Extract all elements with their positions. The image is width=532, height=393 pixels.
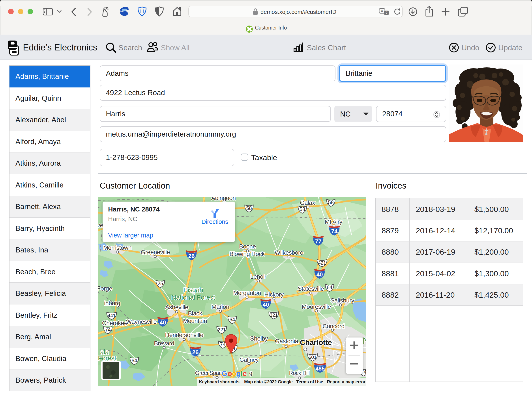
svg-text:421: 421 bbox=[318, 260, 326, 266]
svg-text:Map data ©2022 Google: Map data ©2022 Google bbox=[244, 379, 293, 384]
svg-text:Forest: Forest bbox=[98, 354, 116, 362]
svg-text:Hendersonville: Hendersonville bbox=[165, 332, 203, 338]
svg-text:Shelby: Shelby bbox=[250, 335, 268, 342]
svg-text:g: g bbox=[236, 369, 241, 378]
svg-text:Salisbury: Salisbury bbox=[330, 297, 354, 304]
svg-text:485: 485 bbox=[315, 365, 325, 372]
svg-text:Mt Airy: Mt Airy bbox=[325, 218, 342, 225]
svg-text:58: 58 bbox=[328, 200, 334, 205]
svg-text:Galax: Galax bbox=[300, 199, 315, 206]
svg-text:77: 77 bbox=[315, 238, 321, 245]
svg-text:National Forest: National Forest bbox=[171, 294, 215, 301]
svg-text:74: 74 bbox=[220, 341, 226, 347]
svg-text:64: 64 bbox=[327, 285, 332, 290]
svg-text:40: 40 bbox=[316, 271, 323, 278]
svg-text:Harris, NC: Harris, NC bbox=[108, 216, 137, 222]
svg-text:Morganton: Morganton bbox=[233, 290, 261, 296]
svg-text:Marion: Marion bbox=[211, 303, 229, 310]
svg-text:Pisgah: Pisgah bbox=[183, 286, 203, 293]
svg-text:Rock Hill: Rock Hill bbox=[289, 370, 309, 376]
svg-text:Charlotte: Charlotte bbox=[300, 338, 332, 347]
svg-text:Abingdon: Abingdon bbox=[211, 197, 236, 201]
svg-text:74: 74 bbox=[331, 228, 338, 235]
svg-text:Forge: Forge bbox=[98, 285, 112, 292]
svg-text:N: N bbox=[363, 336, 366, 345]
svg-text:40: 40 bbox=[263, 301, 269, 308]
svg-text:Wilkesboro: Wilkesboro bbox=[275, 249, 303, 256]
svg-text:Waynesville: Waynesville bbox=[126, 318, 157, 325]
svg-text:Mooresville: Mooresville bbox=[302, 303, 331, 310]
svg-text:View larger map: View larger map bbox=[108, 232, 153, 239]
svg-text:o: o bbox=[232, 369, 236, 378]
svg-text:Black: Black bbox=[188, 310, 202, 317]
svg-text:ve: ve bbox=[98, 222, 103, 229]
svg-text:Report a map error: Report a map error bbox=[327, 379, 366, 384]
svg-text:40: 40 bbox=[160, 319, 166, 326]
svg-text:25: 25 bbox=[157, 281, 163, 286]
svg-text:inburg: inburg bbox=[104, 300, 120, 307]
svg-text:Greer: Greer bbox=[195, 370, 209, 376]
svg-text:Spar: Spar bbox=[210, 370, 221, 376]
svg-text:Boone: Boone bbox=[239, 243, 256, 250]
svg-text:G: G bbox=[221, 369, 227, 378]
svg-text:Statesville: Statesville bbox=[298, 285, 324, 292]
svg-text:Gaffney: Gaffney bbox=[240, 356, 259, 363]
svg-text:Gastonia: Gastonia bbox=[275, 338, 298, 344]
svg-text:Terms of Use: Terms of Use bbox=[296, 379, 323, 384]
svg-text:Greeneville: Greeneville bbox=[141, 249, 170, 255]
svg-text:Mountain: Mountain bbox=[183, 317, 207, 324]
svg-text:Hickory: Hickory bbox=[264, 291, 284, 298]
svg-text:A: A bbox=[381, 9, 383, 13]
svg-text:Brevard: Brevard bbox=[154, 340, 174, 347]
svg-text:Concord: Concord bbox=[322, 323, 345, 329]
svg-text:Harris, NC 28074: Harris, NC 28074 bbox=[108, 206, 160, 213]
svg-text:58: 58 bbox=[300, 206, 305, 212]
svg-text:Morristown: Morristown bbox=[103, 244, 131, 251]
svg-text:文: 文 bbox=[385, 11, 388, 15]
svg-text:Blowing Rock: Blowing Rock bbox=[229, 251, 265, 257]
svg-text:64: 64 bbox=[131, 358, 137, 364]
svg-text:26: 26 bbox=[192, 349, 199, 356]
svg-text:221: 221 bbox=[218, 327, 226, 332]
svg-text:74: 74 bbox=[105, 327, 111, 333]
svg-text:Cherokee: Cherokee bbox=[102, 320, 127, 326]
svg-text:64: 64 bbox=[229, 317, 235, 323]
svg-text:g: g bbox=[249, 370, 252, 376]
svg-text:26: 26 bbox=[188, 253, 195, 259]
svg-text:o: o bbox=[227, 369, 232, 378]
svg-text:601: 601 bbox=[309, 354, 317, 360]
svg-text:441: 441 bbox=[108, 313, 116, 318]
svg-text:e: e bbox=[243, 369, 247, 378]
svg-text:Directions: Directions bbox=[201, 218, 228, 225]
svg-text:Lenoir: Lenoir bbox=[250, 273, 266, 280]
svg-text:Asheville: Asheville bbox=[165, 304, 188, 311]
svg-text:58: 58 bbox=[246, 205, 252, 211]
svg-text:Keyboard shortcuts: Keyboard shortcuts bbox=[199, 379, 240, 384]
svg-text:321: 321 bbox=[270, 312, 278, 318]
